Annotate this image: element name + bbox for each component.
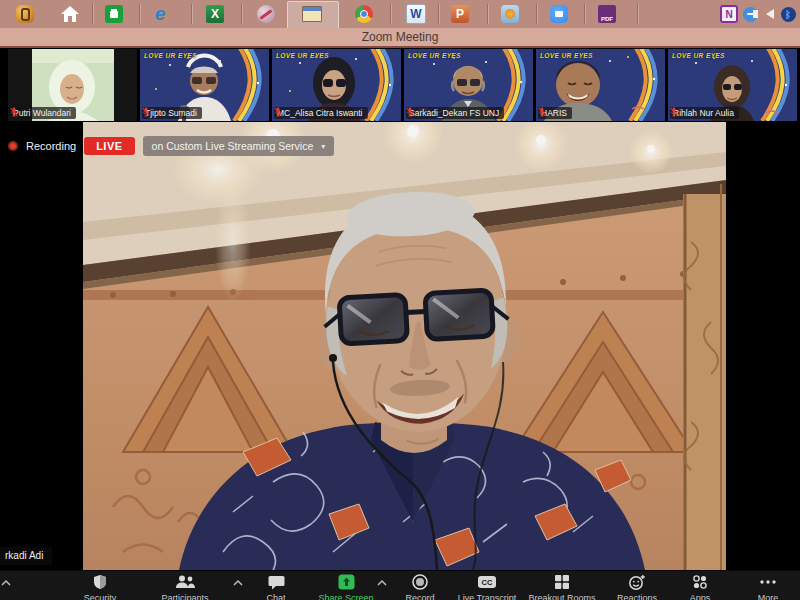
participant-name-tag: Rihlah Nur Aulia — [670, 107, 739, 119]
bluetooth-icon[interactable]: ᛒ — [778, 4, 798, 24]
virtual-bg-banner: LOVE UR EYES — [408, 52, 461, 59]
muted-mic-icon — [274, 107, 282, 117]
muted-mic-icon — [10, 107, 18, 117]
window-title-bar: Zoom Meeting — [0, 28, 800, 48]
participant-tile[interactable]: LOVE UR EYES HARIS — [536, 49, 665, 121]
security-button[interactable]: Security — [63, 574, 137, 600]
speaker-name-tag: rkadi Adi — [0, 547, 52, 565]
participant-name-tag: HARIS — [538, 107, 572, 119]
participant-tile[interactable]: LOVE UR EYES Sarkadi_Dekan FS UNJ — [404, 49, 533, 121]
word-icon[interactable]: W — [406, 4, 426, 24]
participant-name-tag: Sarkadi_Dekan FS UNJ — [406, 107, 504, 119]
zoom-meeting-screen: e X W P PDF N ᛒ Zoom Meeting — [0, 0, 800, 600]
chat-button[interactable]: Chat — [239, 574, 313, 600]
recording-live-row: Recording LIVE on Custom Live Streaming … — [8, 136, 334, 156]
muted-mic-icon — [406, 107, 414, 117]
participant-tile[interactable]: Putri Wulandari — [8, 49, 137, 121]
participant-filmstrip: Putri Wulandari LOVE UR EYES — [0, 48, 800, 122]
virtual-bg-banner: LOVE UR EYES — [672, 52, 725, 59]
muted-mic-icon — [538, 107, 546, 117]
chat-bubble-icon — [268, 574, 285, 590]
participant-name-tag: Tjipto Sumadi — [142, 107, 202, 119]
reactions-smiley-icon — [628, 574, 646, 590]
dropdown-caret-icon: ▾ — [321, 142, 325, 151]
volume-icon[interactable] — [760, 4, 780, 24]
more-dots-icon — [759, 574, 777, 590]
stream-service-dropdown[interactable]: on Custom Live Streaming Service ▾ — [143, 136, 335, 156]
live-transcript-button[interactable]: CC Live Transcript — [450, 574, 524, 600]
home-icon[interactable] — [60, 4, 80, 24]
powerpoint-icon[interactable]: P — [450, 4, 470, 24]
security-key-icon[interactable] — [15, 4, 35, 24]
muted-mic-icon — [142, 107, 150, 117]
network-blocked-icon[interactable] — [256, 4, 276, 24]
meeting-toolbar: Security Participants 161 Chat Shar — [0, 570, 800, 600]
breakout-rooms-icon — [554, 574, 570, 590]
share-screen-icon — [338, 574, 355, 590]
muted-mic-icon — [670, 107, 678, 117]
taskbar: e X W P PDF N ᛒ — [0, 0, 800, 29]
window-title: Zoom Meeting — [362, 30, 439, 44]
svg-text:CC: CC — [482, 578, 493, 587]
breakout-rooms-button[interactable]: Breakout Rooms — [525, 574, 599, 600]
chrome-icon[interactable] — [354, 4, 374, 24]
file-manager-icon[interactable] — [302, 4, 322, 24]
shield-icon — [92, 574, 108, 590]
microsoft-store-icon[interactable] — [104, 4, 124, 24]
participant-tile[interactable]: LOVE UR EYES Rihlah Nur Aulia — [668, 49, 797, 121]
participant-tile[interactable]: LOVE UR EYES MC_Alisa Citra Iswanti — [272, 49, 401, 121]
cc-icon: CC — [477, 574, 497, 590]
pdf-reader-icon[interactable]: PDF — [597, 4, 617, 24]
live-badge: LIVE — [84, 137, 134, 155]
participant-name-tag: Putri Wulandari — [10, 107, 76, 119]
participants-button[interactable]: Participants — [148, 574, 222, 600]
virtual-bg-banner: LOVE UR EYES — [144, 52, 197, 59]
zoom-app-icon[interactable] — [549, 4, 569, 24]
more-button[interactable]: More — [731, 574, 800, 600]
recording-label: Recording — [26, 140, 76, 152]
record-button[interactable]: Record — [383, 574, 457, 600]
excel-icon[interactable]: X — [205, 4, 225, 24]
apps-icon — [692, 574, 708, 590]
onenote-tray-icon[interactable]: N — [719, 4, 739, 24]
record-icon — [412, 574, 428, 590]
internet-explorer-icon[interactable]: e — [150, 4, 170, 24]
share-screen-button[interactable]: Share Screen — [309, 574, 383, 600]
virtual-bg-banner: LOVE UR EYES — [540, 52, 593, 59]
mute-options-caret[interactable] — [1, 580, 11, 586]
media-player-icon[interactable] — [500, 4, 520, 24]
active-speaker-video — [83, 122, 726, 570]
recording-dot-icon — [8, 141, 18, 151]
virtual-bg-banner: LOVE UR EYES — [276, 52, 329, 59]
participants-icon — [174, 574, 196, 590]
apps-button[interactable]: Apps — [663, 574, 737, 600]
active-speaker-stage: Recording LIVE on Custom Live Streaming … — [0, 122, 800, 570]
participant-tile[interactable]: LOVE UR EYES Tjipto Sumadi — [140, 49, 269, 121]
participant-name-tag: MC_Alisa Citra Iswanti — [274, 107, 368, 119]
